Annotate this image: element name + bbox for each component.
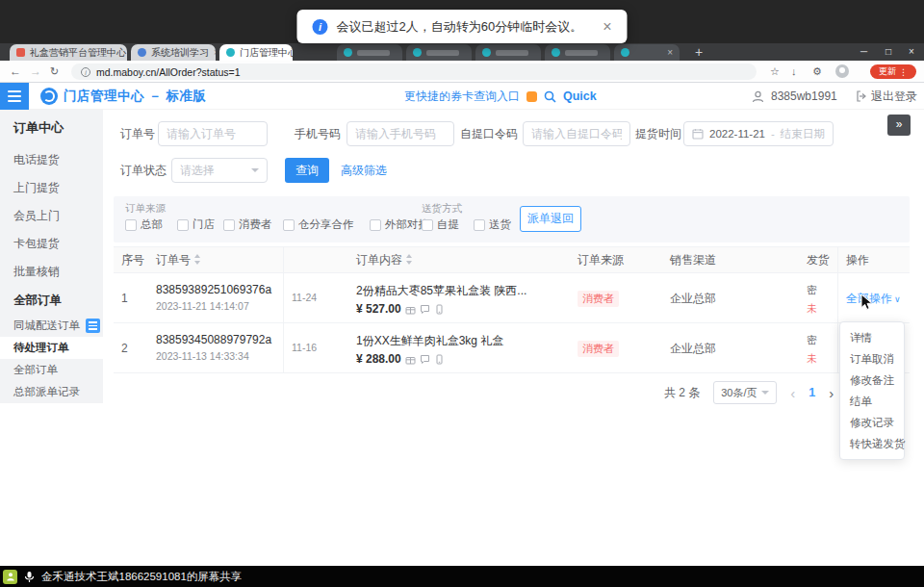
checkbox-store[interactable]: 门店 bbox=[177, 217, 215, 232]
checkbox-box[interactable] bbox=[125, 219, 137, 231]
logout-button[interactable]: 退出登录 bbox=[856, 83, 917, 110]
browser-tab-ghost[interactable]: × bbox=[614, 44, 680, 61]
current-page[interactable]: 1 bbox=[808, 386, 815, 399]
advanced-filter-link[interactable]: 高级筛选 bbox=[341, 158, 387, 183]
menu-item-edit-remark[interactable]: 修改备注 bbox=[840, 370, 904, 391]
sidebar-item-pending-orders[interactable]: 待处理订单 bbox=[0, 337, 103, 359]
page-size-select[interactable]: 30条/页 bbox=[713, 381, 777, 404]
coupon-query-link[interactable]: 更快捷的券卡查询入口 bbox=[404, 89, 520, 105]
sidebar-item-phone-pickup[interactable]: 电话提货 bbox=[0, 146, 103, 174]
tab-close-icon[interactable]: × bbox=[667, 47, 673, 58]
tab-favicon bbox=[138, 48, 146, 57]
checkbox-box[interactable] bbox=[422, 219, 433, 231]
browser-tab-1[interactable]: 礼盒营销平台管理中心 × bbox=[10, 44, 127, 61]
tab-favicon bbox=[344, 48, 352, 57]
checkbox-hq[interactable]: 总部 bbox=[125, 217, 163, 232]
window-close-button[interactable]: × bbox=[909, 43, 914, 61]
checkbox-warehouse-share[interactable]: 仓分享合作 bbox=[283, 217, 354, 232]
checkbox-consumer[interactable]: 消费者 bbox=[223, 217, 272, 232]
col-order-no[interactable]: 订单号 bbox=[148, 247, 283, 272]
url-field[interactable]: i md.maboy.cn/AllOrder?status=1 bbox=[71, 64, 757, 80]
pickup-code-label: 自提口令码 bbox=[460, 121, 518, 146]
dispatch-return-button[interactable]: 派单退回 bbox=[520, 206, 581, 232]
window-minimize-button[interactable]: ─ bbox=[860, 43, 867, 61]
browser-address-bar: ← → ↻ i md.maboy.cn/AllOrder?status=1 ☆ … bbox=[0, 61, 924, 83]
pickup-date: 11-16 bbox=[292, 323, 348, 353]
sidebar-item-batch-verify[interactable]: 批量核销 bbox=[0, 258, 103, 286]
menu-item-express-ship[interactable]: 转快递发货 bbox=[840, 433, 904, 454]
forward-icon[interactable]: → bbox=[30, 61, 41, 82]
browser-tab-ghost[interactable] bbox=[337, 44, 402, 61]
profile-avatar[interactable] bbox=[835, 64, 849, 78]
browser-tab-ghost[interactable] bbox=[475, 44, 541, 61]
phone-input[interactable] bbox=[346, 121, 454, 146]
banner-close-icon[interactable]: × bbox=[603, 18, 611, 36]
pickup-code-input[interactable] bbox=[523, 121, 630, 146]
extensions-icon[interactable]: ⚙ bbox=[812, 61, 822, 82]
checkbox-box[interactable] bbox=[283, 219, 295, 231]
browser-tab-ghost[interactable] bbox=[406, 44, 472, 61]
search-button[interactable]: 查询 bbox=[285, 158, 329, 183]
sort-icon[interactable] bbox=[194, 254, 201, 265]
sidebar-item-all-orders[interactable]: 全部订单 bbox=[0, 359, 103, 381]
checkbox-self-pickup[interactable]: 自提 bbox=[422, 217, 459, 232]
new-tab-button[interactable]: + bbox=[695, 43, 703, 61]
order-time: 2023-11-21 14:14:07 bbox=[156, 296, 283, 312]
next-page-button[interactable]: › bbox=[829, 385, 834, 401]
tab-favicon bbox=[16, 48, 25, 57]
menu-item-detail[interactable]: 详情 bbox=[840, 327, 904, 348]
sort-icon[interactable] bbox=[406, 254, 413, 265]
order-status-select[interactable]: 请选择 bbox=[171, 158, 268, 183]
checkbox-label: 仓分享合作 bbox=[298, 217, 354, 232]
reload-icon[interactable]: ↻ bbox=[50, 61, 59, 82]
site-info-icon[interactable]: i bbox=[81, 67, 90, 77]
col-pickup-date bbox=[283, 247, 348, 272]
table-row: 1 83859389251069376a 2023-11-21 14:14:07… bbox=[114, 273, 910, 323]
share-user-icon bbox=[3, 570, 17, 584]
user-account[interactable]: 8385wb1991 bbox=[751, 83, 837, 110]
quick-link[interactable]: Quick bbox=[563, 89, 597, 103]
date-range-picker[interactable]: 2022-11-21 - 结束日期 bbox=[683, 121, 834, 146]
sidebar-toggle-button[interactable] bbox=[0, 83, 29, 110]
back-icon[interactable]: ← bbox=[10, 61, 21, 82]
bookmark-star-icon[interactable]: ☆ bbox=[770, 61, 780, 82]
microphone-icon[interactable] bbox=[24, 571, 35, 583]
prev-page-button[interactable]: ‹ bbox=[790, 385, 795, 401]
browser-menu-icon[interactable]: ⋮ bbox=[899, 67, 908, 77]
source-tag: 消费者 bbox=[578, 291, 619, 307]
tab-favicon bbox=[482, 48, 491, 57]
window-maximize-button[interactable]: □ bbox=[886, 43, 891, 61]
menu-item-close-order[interactable]: 结单 bbox=[840, 391, 904, 412]
checkbox-box[interactable] bbox=[223, 219, 235, 231]
tab-title-placeholder bbox=[496, 50, 528, 56]
tab-close-icon[interactable]: × bbox=[214, 47, 216, 58]
checkbox-box[interactable] bbox=[177, 219, 189, 231]
checkbox-box[interactable] bbox=[474, 219, 485, 231]
all-actions-dropdown[interactable]: 全部操作∨ bbox=[846, 273, 910, 322]
checkbox-external[interactable]: 外部对接 bbox=[370, 217, 429, 232]
browser-tab-active[interactable]: 门店管理中心 bbox=[219, 44, 293, 61]
page-size-value: 30条/页 bbox=[721, 386, 757, 400]
order-no-input[interactable] bbox=[158, 121, 268, 146]
browser-tab-2[interactable]: 系统培训学习 × bbox=[131, 44, 216, 61]
username: 8385wb1991 bbox=[771, 89, 837, 103]
download-icon[interactable]: ↓ bbox=[791, 61, 797, 82]
checkbox-label: 送货 bbox=[489, 217, 511, 232]
sidebar-item-card-pickup[interactable]: 卡包提货 bbox=[0, 230, 103, 258]
sidebar-item-door-pickup[interactable]: 上门提货 bbox=[0, 174, 103, 202]
sidebar-item-hq-dispatch-records[interactable]: 总部派单记录 bbox=[0, 381, 103, 403]
browser-update-button[interactable]: 更新 ⋮ bbox=[870, 64, 916, 79]
tab-title-placeholder bbox=[357, 50, 390, 56]
checkbox-box[interactable] bbox=[370, 219, 381, 231]
menu-item-cancel-order[interactable]: 订单取消 bbox=[840, 348, 904, 370]
sidebar-item-member-visit[interactable]: 会员上门 bbox=[0, 202, 103, 230]
checkbox-delivery[interactable]: 送货 bbox=[474, 217, 511, 232]
browser-tab-ghost[interactable] bbox=[545, 44, 610, 61]
panel-collapse-button[interactable]: » bbox=[887, 115, 911, 136]
screen-share-bar: 金禾通技术王斌18662591081的屏幕共享 bbox=[0, 566, 924, 587]
menu-item-edit-history[interactable]: 修改记录 bbox=[840, 412, 904, 433]
checkbox-label: 总部 bbox=[141, 217, 163, 232]
col-content[interactable]: 订单内容 bbox=[348, 247, 570, 272]
sidebar-float-menu-icon[interactable] bbox=[86, 319, 100, 333]
screen: 礼盒营销平台管理中心 × 系统培训学习 × 门店管理中心 × + ─ □ × ←… bbox=[0, 0, 924, 587]
